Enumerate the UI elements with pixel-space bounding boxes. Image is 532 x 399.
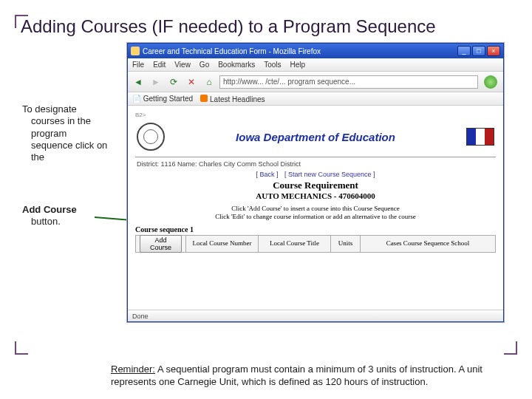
iowa-flag-icon: [466, 128, 494, 146]
state-seal-icon: [137, 123, 165, 151]
corner-decor: [15, 341, 28, 355]
menu-help[interactable]: Help: [290, 61, 306, 69]
titlebar: Career and Technical Education Form - Mo…: [128, 44, 503, 58]
reload-button[interactable]: ⟳: [166, 75, 181, 89]
status-text: Done: [132, 313, 149, 320]
window-title: Career and Technical Education Form - Mo…: [143, 47, 321, 55]
menu-tools[interactable]: Tools: [264, 61, 281, 69]
forward-button[interactable]: ►: [149, 75, 163, 89]
back-button[interactable]: ◄: [131, 75, 146, 89]
side-note-2: Add Course button.: [22, 204, 111, 228]
col-local-title: Local Course Title: [259, 236, 331, 252]
minimize-button[interactable]: _: [457, 46, 471, 56]
col-cases-school: Cases Course Sequence School: [361, 236, 495, 252]
app-icon: [131, 47, 140, 55]
rss-icon: [200, 95, 208, 102]
bookmark-latest-headlines[interactable]: Latest Headlines: [200, 95, 265, 103]
col-units: Units: [331, 236, 361, 252]
reminder-note: Reminder: A sequential program must cont…: [111, 364, 510, 389]
home-button[interactable]: ⌂: [202, 75, 216, 89]
bookmarks-toolbar: 📄 Getting Started Latest Headlines: [128, 92, 503, 106]
add-course-button[interactable]: Add Course: [140, 235, 182, 253]
menu-go[interactable]: Go: [200, 61, 209, 69]
url-bar[interactable]: http://www... /cte/... program sequence.…: [219, 75, 478, 89]
page-content: B2> Iowa Department of Education Distric…: [128, 106, 503, 310]
menu-view[interactable]: View: [174, 61, 191, 69]
status-bar: Done: [128, 310, 503, 321]
dept-title: Iowa Department of Education: [236, 131, 395, 143]
page-links: [ Back ] [ Start new Course Sequence ]: [135, 171, 496, 178]
course-req-heading: Course Requirement: [135, 180, 496, 191]
menu-bar: File Edit View Go Bookmarks Tools Help: [128, 58, 503, 72]
close-button[interactable]: ×: [487, 46, 500, 56]
side-note-1: To designate courses in the program sequ…: [22, 103, 111, 163]
menu-edit[interactable]: Edit: [153, 61, 166, 69]
menu-bookmarks[interactable]: Bookmarks: [218, 61, 255, 69]
new-sequence-link[interactable]: [ Start new Course Sequence ]: [284, 171, 375, 178]
district-line: District: 1116 Name: Charles City Comm S…: [135, 157, 496, 171]
bookmark-getting-started[interactable]: 📄 Getting Started: [132, 95, 193, 103]
sequence-label: Course sequence 1: [135, 225, 496, 233]
col-local-number: Local Course Number: [186, 236, 259, 252]
nav-toolbar: ◄ ► ⟳ ✕ ⌂ http://www... /cte/... program…: [128, 72, 503, 92]
go-button[interactable]: [484, 75, 497, 89]
hint-text: Click 'Add Course' to insert a course in…: [135, 205, 496, 221]
stop-button[interactable]: ✕: [184, 75, 199, 89]
course-req-subheading: AUTO MECHANICS - 470604000: [135, 191, 496, 200]
maximize-button[interactable]: □: [472, 46, 485, 56]
slide-title: Adding Courses (IF needed) to a Program …: [21, 16, 436, 37]
browser-window: Career and Technical Education Form - Mo…: [127, 43, 504, 322]
corner-decor: [504, 341, 517, 355]
course-row: Add Course Local Course Number Local Cou…: [135, 235, 496, 253]
menu-file[interactable]: File: [132, 61, 144, 69]
back-link[interactable]: [ Back ]: [256, 171, 278, 178]
